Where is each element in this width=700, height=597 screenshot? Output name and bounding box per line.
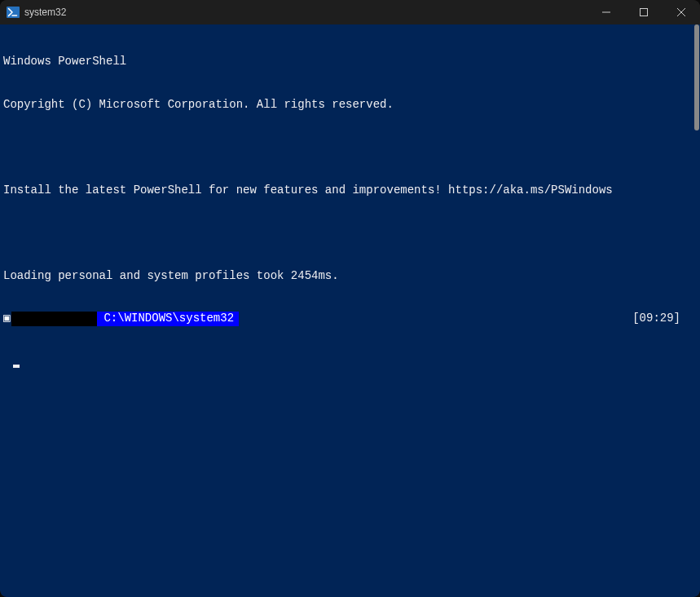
window-title: system32 — [24, 7, 588, 18]
prompt-user-segment — [11, 312, 97, 326]
prompt-glyph-icon: ▣ — [3, 312, 11, 326]
powershell-icon — [7, 6, 20, 19]
minimize-button[interactable] — [588, 0, 625, 24]
prompt-row: ▣ C:\WINDOWS\system32 [09:29] — [3, 312, 700, 326]
window-controls — [588, 0, 700, 24]
cursor-icon — [13, 365, 20, 368]
output-line: Loading personal and system profiles too… — [3, 269, 700, 284]
input-line[interactable] — [3, 356, 700, 368]
close-button[interactable] — [663, 0, 700, 24]
prompt-left: ▣ C:\WINDOWS\system32 — [3, 312, 239, 326]
output-line: Install the latest PowerShell for new fe… — [3, 184, 700, 198]
titlebar[interactable]: system32 — [0, 0, 700, 24]
terminal-body[interactable]: Windows PowerShell Copyright (C) Microso… — [0, 24, 700, 597]
maximize-button[interactable] — [625, 0, 663, 24]
output-line — [3, 140, 700, 155]
svg-rect-3 — [641, 9, 648, 16]
terminal-window: system32 Windows PowerShell Copyright (C… — [0, 0, 700, 597]
scrollbar-thumb[interactable] — [694, 24, 699, 130]
prompt-time: [09:29] — [632, 312, 700, 326]
output-line: Copyright (C) Microsoft Corporation. All… — [3, 98, 700, 113]
prompt-path: C:\WINDOWS\system32 — [97, 312, 239, 326]
output-line — [3, 226, 700, 241]
output-line: Windows PowerShell — [3, 55, 700, 69]
